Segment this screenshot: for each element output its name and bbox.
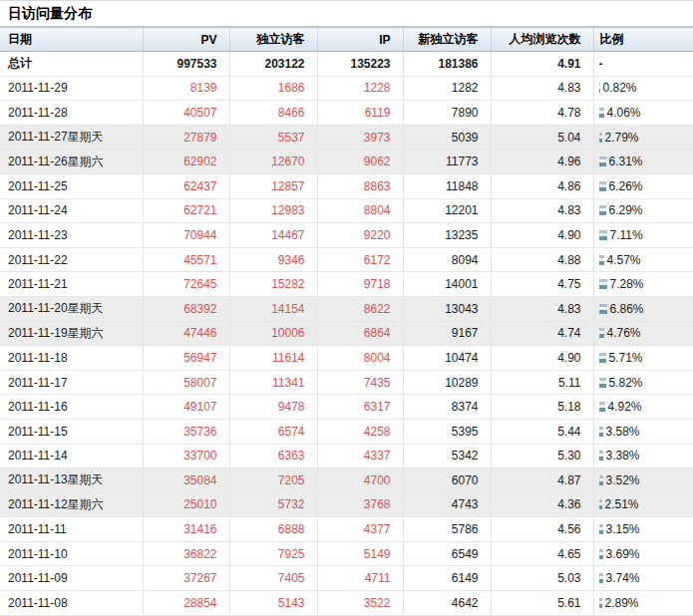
ratio-bar (599, 328, 604, 338)
ip-cell: 4258 (317, 419, 403, 444)
ratio-bar (599, 279, 607, 289)
daily-visits-table: 日期PV独立访客IP新独立访客人均浏览次数比例 总计99753320312213… (0, 27, 693, 616)
ip-cell: 7435 (317, 370, 403, 395)
uv-cell: 12670 (229, 150, 317, 174)
ratio-value: 4.06% (599, 106, 693, 120)
pv-cell: 68392 (143, 296, 229, 321)
avg-cell: 5.11 (491, 370, 593, 395)
new_uv-cell: 5039 (403, 125, 491, 150)
date-cell: 2011-11-20星期天 (0, 296, 143, 321)
ip-cell: 6172 (317, 247, 403, 272)
table-row: 2011-11-08288545143352246425.612.89% (0, 591, 693, 616)
table-row: 2011-11-1758007113417435102895.115.82% (0, 370, 693, 395)
new_uv-cell: 9167 (403, 321, 491, 346)
date-cell: 2011-11-25 (0, 173, 143, 198)
uv-cell: 11614 (229, 346, 317, 371)
ratio-value: 6.26% (599, 179, 693, 193)
pv-cell: 62437 (143, 173, 229, 198)
date-cell: 2011-11-27星期天 (0, 125, 143, 150)
pv-cell: 40507 (143, 101, 229, 126)
avg-cell: 4.74 (491, 321, 593, 346)
column-header-avg: 人均浏览次数 (491, 28, 593, 52)
ratio-value: 6.86% (599, 302, 693, 316)
new_uv-cell: 13235 (403, 223, 491, 248)
ratio-text: 5.71% (609, 351, 643, 365)
ratio-text: 6.86% (610, 302, 644, 316)
avg-cell: 4.56 (491, 517, 593, 542)
table-header-row: 日期PV独立访客IP新独立访客人均浏览次数比例 (0, 28, 693, 52)
uv-cell: 9478 (229, 395, 317, 420)
new_uv-cell: 4743 (403, 492, 491, 517)
pv-cell: 70944 (143, 223, 229, 248)
ratio-cell: 3.38% (593, 444, 693, 468)
ratio-value: 3.52% (599, 473, 693, 487)
ratio-cell: 4.06% (593, 101, 693, 126)
ratio-text: 3.15% (606, 522, 640, 536)
pv-cell: 35736 (143, 419, 229, 444)
pv-cell: 47446 (143, 321, 229, 346)
pv-cell: 37267 (143, 566, 229, 591)
ratio-cell: 6.29% (593, 198, 693, 223)
table-row: 2011-11-20星期天68392141548622130434.836.86… (0, 296, 693, 321)
ratio-text: 6.31% (609, 154, 643, 168)
ratio-value: 3.38% (599, 449, 693, 462)
ratio-bar (599, 181, 606, 191)
ratio-text: 0.82% (603, 81, 637, 95)
date-cell: 2011-11-17 (0, 370, 143, 395)
table-row: 2011-11-19星期六4744610006686491674.744.76% (0, 321, 693, 346)
ratio-bar (599, 255, 604, 265)
date-cell: 2011-11-13星期天 (0, 468, 143, 493)
ratio-bar (599, 598, 602, 608)
ratio-value: 5.82% (599, 376, 693, 390)
ratio-text: 2.79% (605, 131, 639, 145)
ratio-bar (599, 524, 603, 534)
ratio-cell: 6.86% (593, 296, 693, 321)
date-cell: 2011-11-22 (0, 247, 143, 272)
ratio-value: 4.57% (599, 253, 693, 267)
ip-cell: 6864 (317, 321, 403, 346)
table-row: 2011-11-26星期六62902126709062117734.966.31… (0, 150, 693, 174)
ratio-value: 3.58% (599, 425, 693, 439)
uv-cell: 9346 (229, 247, 317, 272)
column-header-ratio: 比例 (593, 28, 693, 52)
avg-cell: 4.83 (491, 76, 593, 101)
pv-cell: 72645 (143, 272, 229, 297)
ip-cell: 6119 (317, 101, 403, 126)
uv-cell: 6363 (229, 444, 317, 468)
ratio-cell: 5.71% (593, 346, 693, 371)
ratio-text: 3.38% (606, 449, 640, 462)
ratio-text: 4.06% (607, 106, 641, 120)
date-cell: 2011-11-08 (0, 591, 143, 616)
ratio-cell: 3.58% (593, 419, 693, 444)
table-row: 2011-11-11314166888437757864.563.15% (0, 517, 693, 542)
ratio-text: 4.57% (607, 253, 641, 267)
avg-cell: 4.87 (491, 468, 593, 493)
ip-cell: 4711 (317, 566, 403, 591)
ratio-value: 4.92% (599, 400, 693, 414)
table-header: 日期PV独立访客IP新独立访客人均浏览次数比例 (0, 28, 693, 52)
new_uv-cell: 8094 (403, 247, 491, 272)
ratio-cell: 7.28% (593, 272, 693, 297)
ratio-bar (599, 499, 602, 509)
ip-cell: 4700 (317, 468, 403, 493)
uv-cell: 14154 (229, 296, 317, 321)
date-cell: 2011-11-16 (0, 395, 143, 420)
ratio-bar (599, 353, 606, 363)
table-row: 2011-11-14337006363433753425.303.38% (0, 444, 693, 468)
ratio-value: 3.15% (599, 522, 693, 536)
ip-cell: 135223 (317, 52, 403, 77)
ratio-cell: 3.74% (593, 566, 693, 591)
new_uv-cell: 7890 (403, 101, 491, 126)
uv-cell: 5732 (229, 492, 317, 517)
date-cell: 2011-11-23 (0, 223, 143, 248)
avg-cell: 5.04 (491, 125, 593, 150)
ratio-bar (599, 304, 607, 314)
new_uv-cell: 12201 (403, 198, 491, 223)
uv-cell: 8466 (229, 101, 317, 126)
table-row: 2011-11-2981391686122812824.830.82% (0, 76, 693, 101)
ratio-bar (599, 156, 606, 166)
ip-cell: 8804 (317, 198, 403, 223)
new_uv-cell: 5786 (403, 517, 491, 542)
pv-cell: 49107 (143, 395, 229, 420)
date-cell: 2011-11-14 (0, 444, 143, 468)
